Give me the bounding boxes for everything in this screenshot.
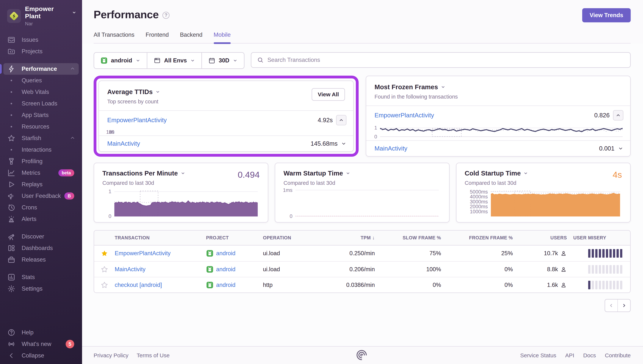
column-header-tpm[interactable]: TPM↓ (316, 235, 375, 241)
project-filter-value: android (111, 57, 132, 64)
table-row-mainactivity: MainActivityandroidui.load0.206/min100%0… (94, 261, 630, 277)
transaction-link[interactable]: MainActivity (107, 140, 140, 147)
org-switcher[interactable]: Empower Plant Nar (0, 0, 82, 29)
transaction-link[interactable]: EmpowerPlantActivity (107, 116, 167, 124)
sidebar-item-alerts[interactable]: Alerts (3, 213, 79, 225)
sidebar-item-queries[interactable]: Queries (3, 75, 79, 86)
sidebar-item-crons[interactable]: Crons (3, 202, 79, 213)
most-frozen-frames-panel: Most Frozen Frames Found in the followin… (366, 76, 631, 157)
y-axis-label: 1 (109, 189, 111, 194)
sidebar-item-collapse[interactable]: Collapse (3, 350, 79, 362)
project-link[interactable]: android (206, 266, 235, 273)
project-link[interactable]: android (206, 250, 235, 257)
help-tooltip-icon[interactable]: ? (162, 12, 170, 19)
footer-link-service-status[interactable]: Service Status (520, 352, 556, 358)
sidebar-item-profiling[interactable]: Profiling (3, 156, 79, 167)
profiling-icon (7, 157, 16, 166)
column-header-users[interactable]: USERS (513, 235, 567, 240)
environment-filter[interactable]: All Envs (147, 53, 201, 68)
column-header-project[interactable]: PROJECT (206, 235, 263, 240)
badge-metrics: beta (58, 169, 74, 176)
warm-startup-title-row[interactable]: Warm Startup Time (283, 170, 351, 177)
column-header-transaction[interactable]: TRANSACTION (115, 235, 206, 240)
tab-backend[interactable]: Backend (180, 32, 202, 43)
table-header-row: TRANSACTIONPROJECTOPERATIONTPM↓SLOW FRAM… (94, 230, 630, 246)
date-range-filter[interactable]: 30D (201, 53, 244, 68)
sidebar-item-web-vitals[interactable]: Web Vitals (3, 86, 79, 98)
sidebar-item-screen-loads[interactable]: Screen Loads (3, 98, 79, 109)
view-trends-button[interactable]: View Trends (582, 8, 631, 22)
collapse-row-button[interactable] (613, 110, 623, 120)
transaction-link[interactable]: EmpowerPlantActivity (375, 112, 434, 119)
sidebar-item-releases[interactable]: Releases (3, 254, 79, 266)
warm-startup-chart: 1ms0 (283, 186, 441, 216)
cold-startup-title-row[interactable]: Cold Startup Time (465, 170, 528, 177)
operation-cell: http (263, 282, 316, 288)
footer-link-terms-of-use[interactable]: Terms of Use (137, 352, 170, 358)
sidebar-item-interactions[interactable]: Interactions (3, 144, 79, 156)
sidebar-item-issues[interactable]: Issues (3, 34, 79, 46)
column-header-user-misery[interactable]: USER MISERY (567, 235, 630, 240)
page-header: Performance ? View Trends All Transactio… (82, 0, 643, 44)
tab-frontend[interactable]: Frontend (146, 32, 169, 43)
transaction-link[interactable]: checkout [android] (115, 282, 162, 288)
sidebar-item-dashboards[interactable]: Dashboards (3, 242, 79, 254)
tpm-title-row[interactable]: Transactions Per Minute (102, 170, 185, 177)
project-link[interactable]: android (206, 281, 235, 289)
sidebar-item-help[interactable]: Help (3, 327, 79, 338)
sidebar-item-what-s-new[interactable]: What's new5 (3, 338, 79, 350)
alerts-icon (7, 215, 16, 223)
view-all-button[interactable]: View All (311, 88, 345, 101)
sidebar-item-user-feedback[interactable]: User FeedbackB (3, 190, 79, 202)
footer-link-docs[interactable]: Docs (583, 352, 596, 358)
ttid-row-mainactivity: MainActivity 145.68ms (99, 136, 353, 151)
project-filter[interactable]: android (94, 53, 147, 68)
ttid-value: 4.92s (318, 116, 333, 124)
collapse-row-button[interactable] (336, 115, 347, 125)
previous-page-button[interactable] (604, 299, 618, 312)
expand-row-button[interactable] (618, 146, 623, 151)
sidebar-item-projects[interactable]: Projects (3, 46, 79, 57)
transaction-link[interactable]: MainActivity (115, 266, 145, 273)
sidebar-item-replays[interactable]: Replays (3, 179, 79, 190)
sidebar-item-performance[interactable]: Performance (3, 63, 79, 75)
frozen-frames-value: 0.826 (594, 112, 610, 119)
replays-icon (7, 180, 16, 188)
crons-icon (7, 204, 16, 212)
average-ttids-title-row[interactable]: Average TTIDs (107, 88, 311, 96)
footer-link-privacy-policy[interactable]: Privacy Policy (94, 352, 129, 358)
frozen-row-mainactivity: MainActivity 0.001 (366, 141, 630, 156)
help-icon (7, 328, 16, 336)
frozen-frames-chart: 10 (366, 124, 630, 140)
sidebar-item-starfish[interactable]: Starfish (3, 132, 79, 144)
footer-link-api[interactable]: API (565, 352, 574, 358)
column-header-frozen-frame[interactable]: FROZEN FRAME % (441, 235, 513, 240)
transaction-link[interactable]: MainActivity (375, 145, 407, 152)
y-axis-label: 0 (290, 213, 292, 219)
next-page-button[interactable] (618, 299, 631, 312)
sidebar-item-metrics[interactable]: Metricsbeta (3, 167, 79, 179)
expand-row-button[interactable] (341, 141, 347, 146)
users-cell: 1.6k (513, 282, 567, 288)
star-outline-icon[interactable] (94, 281, 115, 289)
tab-mobile[interactable]: Mobile (214, 32, 231, 43)
star-outline-icon[interactable] (94, 266, 115, 273)
column-header-slow-frame[interactable]: SLOW FRAME % (375, 235, 441, 240)
star-filled-icon[interactable] (94, 250, 115, 257)
most-frozen-frames-title-row[interactable]: Most Frozen Frames (375, 83, 622, 91)
widgets-row-2: Transactions Per Minute Compared to last… (94, 163, 631, 222)
sidebar-item-discover[interactable]: Discover (3, 231, 79, 242)
sidebar-item-app-starts[interactable]: App Starts (3, 109, 79, 121)
sidebar-item-stats[interactable]: Stats (3, 272, 79, 283)
sidebar-nav: IssuesProjectsPerformanceQueriesWeb Vita… (0, 34, 82, 294)
releases-icon (7, 256, 16, 264)
column-header-operation[interactable]: OPERATION (263, 235, 316, 240)
transaction-link[interactable]: EmpowerPlantActivity (115, 250, 171, 257)
android-project-icon (206, 266, 213, 273)
footer-link-contribute[interactable]: Contribute (605, 352, 631, 358)
badge-what-s-new: 5 (66, 340, 74, 348)
sidebar-item-settings[interactable]: Settings (3, 283, 79, 294)
tab-all-transactions[interactable]: All Transactions (94, 32, 134, 43)
sidebar-item-resources[interactable]: Resources (3, 121, 79, 132)
search-input[interactable] (267, 57, 624, 63)
